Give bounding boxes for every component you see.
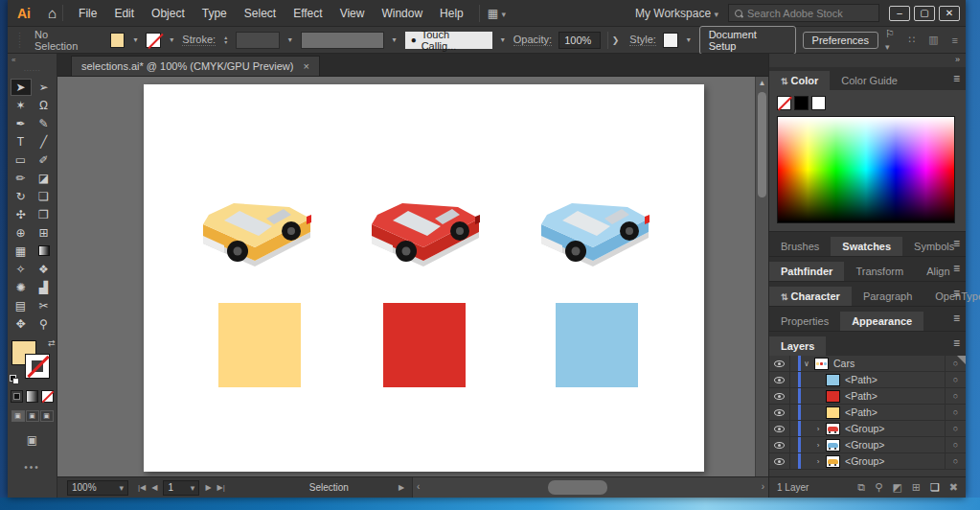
graphic-style-swatch[interactable] — [663, 33, 678, 48]
stroke-weight-dropdown-icon[interactable]: ▾ — [286, 35, 294, 44]
paintbrush-tool[interactable]: ✐ — [34, 151, 55, 169]
new-layer-icon[interactable]: ❏ — [930, 481, 940, 494]
tab-properties[interactable]: Properties — [769, 312, 840, 331]
scale-tool[interactable]: ❏ — [34, 188, 55, 205]
red-car[interactable] — [364, 178, 487, 267]
column-graph-tool[interactable]: ▟ — [34, 279, 55, 296]
tab-swatches[interactable]: Swatches — [831, 237, 902, 256]
layer-row-path-red[interactable]: <Path> ○ — [769, 388, 966, 405]
variable-width-profile-dropdown[interactable] — [301, 32, 384, 49]
panel-menu-icon[interactable]: ≡ — [953, 312, 960, 325]
zoom-level-dropdown[interactable]: 100% ▾ — [67, 480, 128, 496]
blue-car[interactable] — [534, 178, 656, 267]
none-button[interactable] — [41, 390, 54, 403]
target-icon[interactable]: ○ — [945, 372, 966, 387]
tab-color-guide[interactable]: Color Guide — [830, 71, 909, 90]
document-setup-button[interactable]: Document Setup — [699, 26, 796, 55]
opacity-field[interactable]: 100% — [558, 32, 601, 49]
fill-dropdown-icon[interactable]: ▾ — [131, 35, 139, 44]
menu-select[interactable]: Select — [237, 5, 284, 22]
layer-row-cars[interactable]: ∨ Cars ○ — [769, 356, 966, 372]
selection-tool[interactable]: ➤ — [11, 79, 32, 96]
visibility-toggle[interactable] — [769, 372, 790, 387]
layers-panel-menu-icon[interactable]: ≡ — [953, 336, 960, 350]
draw-normal-button[interactable]: ▣ — [11, 410, 25, 422]
tab-paragraph[interactable]: Paragraph — [852, 287, 923, 306]
visibility-toggle[interactable] — [769, 356, 790, 371]
expand-chevron-icon[interactable]: ∨ — [801, 359, 812, 368]
stroke-weight-field[interactable] — [236, 32, 279, 49]
scroll-up-icon[interactable]: ▲ — [759, 77, 766, 87]
make-clipping-mask-icon[interactable]: ◩ — [892, 481, 901, 494]
search-input[interactable] — [747, 8, 862, 19]
style-dropdown-icon[interactable]: ▾ — [685, 35, 693, 44]
expand-chevron-icon[interactable]: › — [812, 425, 824, 433]
menu-view[interactable]: View — [332, 5, 373, 22]
symbol-sprayer-tool[interactable]: ✺ — [11, 279, 32, 296]
artboard-number-dropdown[interactable]: 1 ▾ — [163, 480, 199, 496]
gradient-tool[interactable] — [34, 243, 55, 260]
swap-fill-stroke-icon[interactable]: ⇄ — [48, 338, 56, 348]
edit-toolbar-button[interactable]: ••• — [24, 462, 40, 473]
workspace-switcher[interactable]: My Workspace ▾ — [635, 7, 718, 20]
select-similar-icon[interactable]: ⚐ ▾ — [885, 28, 901, 52]
menu-effect[interactable]: Effect — [285, 5, 330, 22]
layer-name[interactable]: <Path> — [845, 406, 945, 418]
layer-name[interactable]: <Group> — [845, 423, 945, 434]
layer-name[interactable]: <Path> — [845, 390, 945, 402]
collapse-tools-icon[interactable]: « — [8, 54, 57, 66]
style-label[interactable]: Style: — [629, 34, 656, 46]
target-icon[interactable]: ○ — [945, 388, 966, 404]
new-sublayer-icon[interactable]: ⊞ — [912, 481, 921, 494]
adobe-stock-search[interactable] — [728, 4, 879, 22]
width-profile-dropdown-icon[interactable]: ▾ — [391, 35, 399, 44]
color-button[interactable] — [11, 390, 23, 403]
scroll-left-icon[interactable]: ‹ — [417, 481, 420, 492]
home-icon[interactable]: ⌂ — [42, 5, 63, 21]
screen-mode-button[interactable]: ▣ — [27, 433, 37, 447]
mesh-tool[interactable]: ▦ — [11, 243, 32, 260]
gradient-button[interactable] — [26, 390, 38, 403]
arrange-documents-icon[interactable]: ▦ ▾ — [479, 5, 513, 22]
stroke-color-swatch[interactable] — [146, 33, 161, 48]
visibility-toggle[interactable] — [769, 453, 790, 469]
maximize-button[interactable]: ▢ — [914, 6, 935, 21]
stroke-dropdown-icon[interactable]: ▾ — [168, 35, 175, 44]
horizontal-scrollbar[interactable]: ‹ › — [412, 477, 768, 498]
target-icon[interactable]: ○ — [945, 356, 966, 371]
target-icon[interactable]: ○ — [945, 421, 966, 436]
target-icon[interactable]: ○ — [945, 437, 966, 452]
layer-name[interactable]: <Group> — [845, 455, 945, 467]
draw-behind-button[interactable]: ▣ — [26, 410, 39, 422]
vertical-scrollbar[interactable]: ▲ — [755, 77, 768, 476]
panel-menu-icon[interactable]: ≡ — [953, 262, 960, 275]
shape-builder-tool[interactable]: ⊕ — [11, 224, 32, 242]
menu-object[interactable]: Object — [144, 5, 193, 22]
slice-tool[interactable]: ✂ — [34, 297, 55, 314]
target-icon[interactable]: ○ — [945, 453, 966, 469]
zoom-tool[interactable]: ⚲ — [34, 315, 55, 333]
expand-chevron-icon[interactable]: › — [812, 457, 824, 466]
stepper-down-icon[interactable]: ▾ — [224, 40, 227, 45]
opacity-label[interactable]: Opacity: — [513, 34, 552, 46]
yellow-car[interactable] — [195, 178, 318, 267]
none-swatch[interactable] — [777, 96, 791, 110]
document-tab[interactable]: selections.ai* @ 100% (CMYK/GPU Preview)… — [71, 56, 320, 76]
opacity-more-button[interactable]: ❯ — [607, 32, 624, 49]
draw-inside-button[interactable]: ▣ — [40, 410, 54, 422]
red-square[interactable] — [383, 303, 466, 387]
status-info-menu-icon[interactable]: ▶ — [399, 483, 404, 492]
target-icon[interactable]: ○ — [945, 405, 966, 420]
layer-row-group-yellow-car[interactable]: › <Group> ○ — [769, 453, 966, 470]
tab-brushes[interactable]: Brushes — [769, 237, 831, 256]
hand-tool[interactable]: ✥ — [11, 315, 32, 333]
eraser-tool[interactable]: ◪ — [34, 170, 55, 187]
layer-name[interactable]: <Group> — [845, 439, 945, 451]
direct-selection-tool[interactable]: ➢ — [34, 79, 55, 96]
visibility-toggle[interactable] — [769, 405, 790, 420]
first-artboard-button[interactable]: |◀ — [138, 483, 146, 492]
layer-row-group-red-car[interactable]: › <Group> ○ — [769, 421, 966, 437]
stroke-weight-stepper[interactable]: ▴ ▾ — [222, 34, 229, 47]
pencil-tool[interactable]: ✏ — [11, 170, 32, 187]
canvas[interactable] — [57, 77, 755, 476]
